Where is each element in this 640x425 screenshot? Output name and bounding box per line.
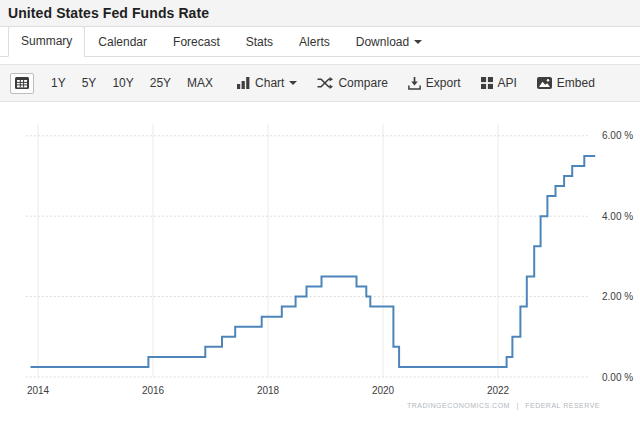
x-axis-label: 2016 [142, 385, 165, 396]
range-button-max[interactable]: MAX [180, 72, 220, 94]
tab-bar: SummaryCalendarForecastStatsAlertsDownlo… [0, 27, 640, 57]
range-group: 1Y5Y10Y25YMAX [44, 72, 220, 94]
x-axis-label: 2014 [27, 385, 50, 396]
spacer [0, 57, 640, 64]
tool-button-label: Export [426, 76, 461, 90]
range-button-25y[interactable]: 25Y [143, 72, 178, 94]
chart-attribution: TRADINGECONOMICS.COM | FEDERAL RESERVE [405, 402, 602, 409]
compare-button[interactable]: Compare [310, 72, 394, 94]
y-axis-label: 4.00 % [602, 211, 633, 222]
source-separator: | [516, 402, 518, 409]
tab-forecast[interactable]: Forecast [160, 27, 233, 57]
source-site: TRADINGECONOMICS.COM [407, 402, 510, 409]
chart-button[interactable]: Chart [230, 72, 304, 94]
embed-image-icon [537, 77, 552, 89]
x-axis-label: 2018 [257, 385, 280, 396]
page-title: United States Fed Funds Rate [8, 5, 209, 21]
page-header: United States Fed Funds Rate [0, 0, 640, 27]
download-export-icon [408, 77, 421, 90]
chevron-down-icon [414, 40, 422, 44]
tab-label: Alerts [299, 35, 330, 49]
tool-button-label: API [498, 76, 517, 90]
api-grid-icon [481, 77, 493, 89]
bar-chart-icon [237, 77, 250, 89]
tab-label: Calendar [98, 35, 147, 49]
range-button-1y[interactable]: 1Y [44, 72, 73, 94]
calendar-grid-icon [15, 77, 29, 89]
tab-stats[interactable]: Stats [233, 27, 286, 57]
x-axis-label: 2022 [487, 385, 510, 396]
fed-funds-chart[interactable]: 201420162018202020220.00 %2.00 %4.00 %6.… [0, 102, 640, 424]
embed-button[interactable]: Embed [530, 72, 602, 94]
tool-button-label: Compare [338, 76, 387, 90]
rate-line [31, 156, 596, 367]
tab-calendar[interactable]: Calendar [85, 27, 160, 57]
tool-button-label: Chart [255, 76, 284, 90]
tool-button-group: ChartCompareExportAPIEmbed [230, 72, 602, 94]
calendar-button[interactable] [10, 73, 34, 94]
source-provider: FEDERAL RESERVE [525, 402, 600, 409]
tab-summary[interactable]: Summary [8, 26, 85, 57]
y-axis-label: 2.00 % [602, 291, 633, 302]
export-button[interactable]: Export [401, 72, 468, 94]
chart-toolbar: 1Y5Y10Y25YMAX ChartCompareExportAPIEmbed [0, 64, 640, 102]
tool-button-label: Embed [557, 76, 595, 90]
chevron-down-icon [289, 81, 297, 85]
tab-label: Forecast [173, 35, 220, 49]
api-button[interactable]: API [474, 72, 524, 94]
tab-label: Summary [21, 34, 72, 48]
chart-area: 201420162018202020220.00 %2.00 %4.00 %6.… [0, 102, 640, 424]
tab-download[interactable]: Download [343, 27, 435, 57]
range-button-5y[interactable]: 5Y [75, 72, 104, 94]
tab-label: Download [356, 35, 409, 49]
tab-label: Stats [246, 35, 273, 49]
tab-alerts[interactable]: Alerts [286, 27, 343, 57]
y-axis-label: 6.00 % [602, 130, 633, 141]
range-button-10y[interactable]: 10Y [105, 72, 140, 94]
y-axis-label: 0.00 % [602, 372, 633, 383]
compare-shuffle-icon [317, 77, 333, 89]
x-axis-label: 2020 [372, 385, 395, 396]
